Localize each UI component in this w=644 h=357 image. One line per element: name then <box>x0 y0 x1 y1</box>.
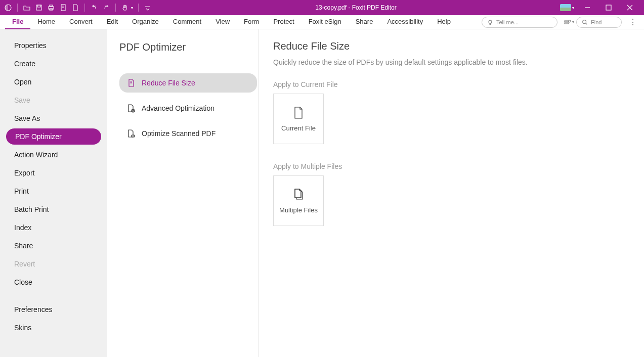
tell-me-placeholder: Tell me... <box>496 19 519 25</box>
ribbon-tab-view[interactable]: View <box>208 15 237 29</box>
optimizer-main-panel: Reduce File Size Quickly reduce the size… <box>259 29 644 357</box>
window-title: 13-copy.pdf - Foxit PDF Editor <box>152 4 560 11</box>
option-label: Reduce File Size <box>142 79 195 87</box>
ribbon-tab-edit[interactable]: Edit <box>100 15 125 29</box>
search-icon <box>582 19 588 25</box>
sidebar-item-create[interactable]: Create <box>0 55 107 73</box>
sidebar-item-close[interactable]: Close <box>0 273 107 291</box>
ribbon-tab-organize[interactable]: Organize <box>125 15 166 29</box>
print-icon[interactable] <box>47 4 55 12</box>
section-multiple-files: Apply to Multiple Files <box>273 162 630 170</box>
undo-icon[interactable] <box>90 4 98 12</box>
multiple-files-button[interactable]: Multiple Files <box>273 175 324 226</box>
new-doc-icon[interactable] <box>71 4 79 12</box>
svg-point-12 <box>583 20 586 23</box>
gear-doc-icon <box>126 104 136 113</box>
ribbon-tab-help[interactable]: Help <box>430 15 458 29</box>
svg-rect-7 <box>606 5 611 10</box>
close-button[interactable] <box>622 0 638 15</box>
sidebar-item-action-wizard[interactable]: Action Wizard <box>0 146 107 164</box>
sidebar-item-skins[interactable]: Skins <box>0 319 107 337</box>
bulb-icon <box>487 19 493 25</box>
ribbon-tab-comment[interactable]: Comment <box>166 15 208 29</box>
hand-icon[interactable] <box>121 4 129 12</box>
optimizer-panel-title: PDF Optimizer <box>119 41 254 53</box>
advanced-search-button[interactable]: ▾ <box>564 19 574 26</box>
ribbon-tab-accessibility[interactable]: Accessibility <box>380 15 430 29</box>
sidebar-item-index[interactable]: Index <box>0 218 107 237</box>
clipboard-icon[interactable] <box>59 4 67 12</box>
ribbon-tab-file[interactable]: File <box>5 15 30 29</box>
section-current-file: Apply to Current File <box>273 80 630 88</box>
svg-point-11 <box>569 20 571 22</box>
sidebar-item-save: Save <box>0 91 107 109</box>
option-advanced-optimization[interactable]: Advanced Optimization <box>119 99 257 118</box>
optimizer-options-panel: PDF Optimizer Reduce File Size Advanced … <box>107 29 259 357</box>
maximize-button[interactable] <box>600 0 617 15</box>
ribbon-tab-share[interactable]: Share <box>349 15 380 29</box>
sidebar-item-print[interactable]: Print <box>0 182 107 200</box>
scan-doc-icon <box>126 129 136 138</box>
file-icon <box>293 106 304 119</box>
titlebar: ▾ 13-copy.pdf - Foxit PDF Editor ▾ <box>0 0 644 15</box>
card-label: Multiple Files <box>279 206 318 214</box>
compress-icon <box>126 78 136 87</box>
sidebar-item-share[interactable]: Share <box>0 237 107 255</box>
option-label: Advanced Optimization <box>142 104 214 112</box>
redo-icon[interactable] <box>102 4 110 12</box>
svg-rect-10 <box>565 23 569 24</box>
ribbon-tab-esign[interactable]: Foxit eSign <box>302 15 349 29</box>
sidebar-item-properties[interactable]: Properties <box>0 36 107 55</box>
files-icon <box>293 188 304 201</box>
ribbon-tabs: File Home Convert Edit Organize Comment … <box>0 15 644 29</box>
current-file-button[interactable]: Current File <box>273 94 324 144</box>
app-logo-icon[interactable] <box>4 4 12 12</box>
option-reduce-file-size[interactable]: Reduce File Size <box>119 73 257 93</box>
save-icon[interactable] <box>35 4 43 12</box>
option-optimize-scanned[interactable]: Optimize Scanned PDF <box>119 124 257 143</box>
main-title: Reduce File Size <box>273 40 630 52</box>
main-description: Quickly reduce the size of PDFs by using… <box>273 58 630 66</box>
sidebar-item-pdf-optimizer[interactable]: PDF Optimizer <box>6 128 101 145</box>
ribbon-tab-home[interactable]: Home <box>30 15 62 29</box>
ribbon-tab-form[interactable]: Form <box>237 15 266 29</box>
sidebar-item-preferences[interactable]: Preferences <box>0 300 107 319</box>
svg-point-8 <box>489 20 492 23</box>
sidebar-item-revert: Revert <box>0 255 107 273</box>
ribbon-more-button[interactable]: ⋮ <box>627 17 639 27</box>
ribbon-tab-convert[interactable]: Convert <box>62 15 100 29</box>
find-input[interactable]: Find <box>576 17 622 28</box>
tell-me-search[interactable]: Tell me... <box>482 17 557 28</box>
find-placeholder: Find <box>591 19 602 25</box>
customize-menu-icon[interactable] <box>144 4 152 12</box>
option-label: Optimize Scanned PDF <box>142 129 216 138</box>
user-avatar[interactable]: ▾ <box>560 4 574 11</box>
sidebar-item-open[interactable]: Open <box>0 73 107 91</box>
svg-rect-9 <box>565 21 569 22</box>
open-icon[interactable] <box>23 4 31 12</box>
sidebar-item-export[interactable]: Export <box>0 164 107 182</box>
svg-rect-4 <box>50 5 53 7</box>
minimize-button[interactable] <box>579 0 595 15</box>
ribbon-tab-protect[interactable]: Protect <box>266 15 301 29</box>
svg-rect-2 <box>37 5 40 7</box>
sidebar-item-batch-print[interactable]: Batch Print <box>0 200 107 218</box>
file-sidebar: Properties Create Open Save Save As PDF … <box>0 29 107 357</box>
card-label: Current File <box>281 124 316 132</box>
sidebar-item-save-as[interactable]: Save As <box>0 109 107 127</box>
